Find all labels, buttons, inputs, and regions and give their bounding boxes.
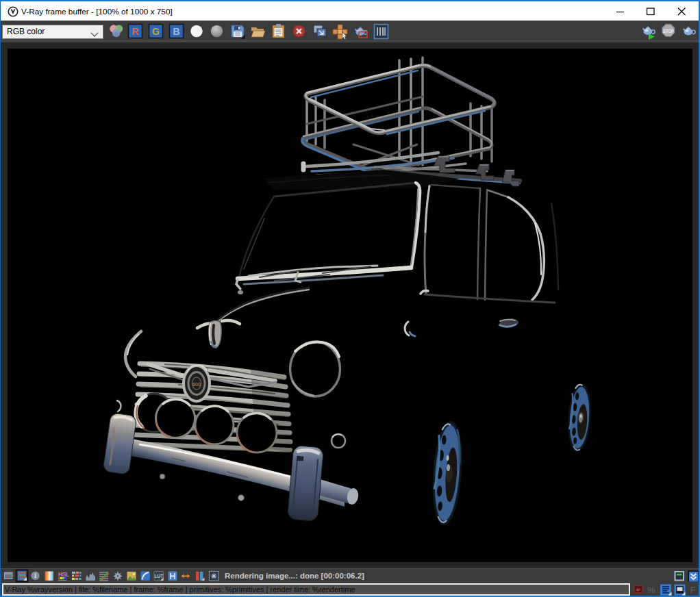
svg-text:STOP: STOP — [663, 29, 675, 34]
svg-text:LUT: LUT — [154, 574, 163, 579]
svg-text:HSL: HSL — [58, 571, 69, 578]
svg-text:600: 600 — [192, 382, 201, 387]
svg-text:i: i — [34, 572, 36, 579]
svg-text:G: G — [152, 26, 160, 37]
svg-text:R: R — [132, 26, 138, 37]
svg-text:B: B — [173, 26, 179, 37]
svg-text:%: % — [647, 585, 655, 595]
svg-text:F: F — [690, 585, 696, 595]
